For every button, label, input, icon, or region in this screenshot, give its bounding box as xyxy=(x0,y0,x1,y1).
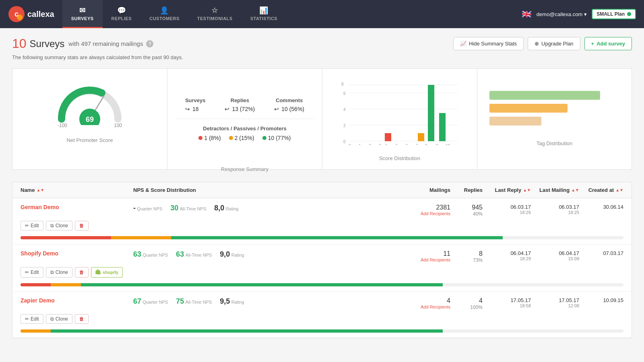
gauge-container: 69 -100 100 xyxy=(21,77,159,132)
row-1-survey-name[interactable]: German Demo xyxy=(21,204,59,210)
th-created-at[interactable]: Created at ▲▼ xyxy=(579,187,623,193)
score-dist-chart: 0 2 4 6 8 xyxy=(330,77,469,150)
th-name-label: Name xyxy=(21,187,35,193)
row-1-alltime-nps-val: 30 xyxy=(170,204,178,212)
row-2-survey-name[interactable]: Shopify Demo xyxy=(21,250,58,257)
testimonials-icon: ☆ xyxy=(211,6,218,15)
row-1-rating-val: 8,0 xyxy=(214,204,224,212)
rs-surveys-label: Surveys xyxy=(185,97,206,103)
th-name[interactable]: Name ▲▼ xyxy=(21,187,133,193)
th-last-mailing[interactable]: Last Mailing ▲▼ xyxy=(531,187,579,193)
row-3-edit-label: Edit xyxy=(31,316,39,322)
th-replies[interactable]: Replies xyxy=(450,187,483,193)
row-3-mailings-cell: 4 Add Recipients xyxy=(402,297,450,309)
forward-icon: ↪ xyxy=(185,106,190,112)
plan-dot xyxy=(627,12,631,16)
nav-statistics-label: STATISTICS xyxy=(250,16,278,21)
row-1-replies-cell: 945 40% xyxy=(450,204,483,217)
row-2-quarter-nps-val: 63 xyxy=(133,250,141,258)
row-3-edit-button[interactable]: ✏ Edit xyxy=(21,314,43,324)
upgrade-plan-button[interactable]: ⊕ Upgrade Plan xyxy=(528,37,580,50)
row-2-last-reply-time: 18:29 xyxy=(483,256,531,261)
svg-text:4: 4 xyxy=(385,144,387,145)
plan-badge[interactable]: SMALL Plan xyxy=(592,9,636,19)
row-3-last-reply-date: 17.05.17 xyxy=(483,297,531,303)
row-3-alltime-nps-val: 75 xyxy=(176,297,184,305)
nav-surveys[interactable]: ✉ SURVEYS xyxy=(62,0,103,28)
nav-testimonials[interactable]: ☆ TESTIMONIALS xyxy=(188,0,242,28)
passive-dot xyxy=(229,136,233,140)
shopify-button[interactable]: shopify xyxy=(91,267,123,278)
th-last-reply[interactable]: Last Reply ▲▼ xyxy=(483,187,531,193)
row-2-edit-label: Edit xyxy=(31,269,39,275)
promoter-dot xyxy=(262,136,266,140)
row-1-delete-button[interactable]: 🗑 xyxy=(75,221,89,230)
hide-summary-button[interactable]: 📈 Hide Summary Stats xyxy=(453,37,524,50)
row-1-mailings-count: 2381 xyxy=(402,204,450,211)
row-3-rating-val: 9,5 xyxy=(220,297,230,305)
row-2-add-recipients[interactable]: Add Recipients xyxy=(402,257,450,262)
svg-text:8: 8 xyxy=(425,144,427,145)
row-3-name-cell: Zapier Demo xyxy=(21,297,133,304)
statistics-icon: 📊 xyxy=(259,6,268,15)
navbar-right: 🇬🇧 demo@callexa.com ▾ SMALL Plan xyxy=(514,0,644,28)
replies-icon: 💬 xyxy=(117,6,126,15)
nav-statistics[interactable]: 📊 STATISTICS xyxy=(242,0,287,28)
tag-bar-3 xyxy=(489,117,541,125)
row-1-progress-bar xyxy=(21,236,623,239)
navbar: c callexa ✉ SURVEYS 💬 REPLIES 👤 CUSTOMER… xyxy=(0,0,644,28)
row-1-add-recipients[interactable]: Add Recipients xyxy=(402,211,450,216)
row-3-nps-info: 67 Quarter NPS 75 All-Time NPS 9,5 Ratin… xyxy=(133,297,402,306)
rs-comments-label: Comments xyxy=(274,97,304,103)
row-1-quarter-nps: - Quarter NPS xyxy=(133,204,162,212)
row-1-clone-button[interactable]: ⧉ Clone xyxy=(46,221,72,230)
delete-icon: 🗑 xyxy=(79,223,84,228)
row-2-last-mailing-time: 15:09 xyxy=(531,256,579,261)
row-1-pb-red xyxy=(21,236,111,239)
promoters-value: 10 (77%) xyxy=(262,135,291,141)
row-1-clone-label: Clone xyxy=(56,223,68,228)
promoters-text: 10 (77%) xyxy=(268,135,291,141)
language-flag[interactable]: 🇬🇧 xyxy=(522,9,532,19)
add-icon: + xyxy=(591,41,594,47)
rs-comments-value: ↩ 10 (56%) xyxy=(274,106,304,112)
score-dist-title: Score Distribution xyxy=(330,155,469,161)
logo[interactable]: c callexa xyxy=(0,0,62,28)
logo-text: callexa xyxy=(27,10,54,19)
row-2-clone-button[interactable]: ⧉ Clone xyxy=(46,267,72,278)
row-1-created-cell: 30.06.14 xyxy=(579,204,623,210)
row-2-progress-bar xyxy=(21,283,623,286)
shopify-icon xyxy=(95,269,101,276)
row-2-edit-button[interactable]: ✏ Edit xyxy=(21,267,43,278)
row-3-mailings-count: 4 xyxy=(402,297,450,304)
upgrade-label: Upgrade Plan xyxy=(541,41,574,47)
page-actions: 📈 Hide Summary Stats ⊕ Upgrade Plan + Ad… xyxy=(453,37,632,50)
row-2-quarter-nps: 63 Quarter NPS xyxy=(133,250,168,259)
surveys-icon: ✉ xyxy=(79,6,86,15)
row-1-created-date: 30.06.14 xyxy=(579,204,623,210)
detractors-value: 1 (8%) xyxy=(198,135,221,141)
svg-rect-16 xyxy=(385,133,391,141)
nav-customers[interactable]: 👤 CUSTOMERS xyxy=(140,0,188,28)
row-1-replies-count: 945 xyxy=(450,204,483,211)
row-3-delete-button[interactable]: 🗑 xyxy=(75,314,89,324)
row-1-alltime-nps: 30 All-Time NPS xyxy=(170,204,206,212)
add-survey-button[interactable]: + Add survey xyxy=(584,37,632,50)
help-icon[interactable]: ? xyxy=(146,40,153,47)
row-3-last-mailing-date: 17.05.17 xyxy=(531,297,579,303)
svg-text:10: 10 xyxy=(446,144,450,145)
svg-text:4: 4 xyxy=(343,107,346,112)
th-mailings[interactable]: Mailings xyxy=(402,187,450,193)
comment-icon: ↩ xyxy=(274,106,279,112)
row-1-edit-button[interactable]: ✏ Edit xyxy=(21,221,43,230)
row-3-survey-name[interactable]: Zapier Demo xyxy=(21,297,55,304)
page-title: Surveys xyxy=(30,38,65,49)
row-3-clone-button[interactable]: ⧉ Clone xyxy=(46,314,72,324)
row-1-nps-cell: - Quarter NPS 30 All-Time NPS 8,0 Rating xyxy=(133,204,402,212)
nav-replies[interactable]: 💬 REPLIES xyxy=(103,0,141,28)
row-2-delete-button[interactable]: 🗑 xyxy=(75,267,89,278)
user-dropdown[interactable]: demo@callexa.com ▾ xyxy=(537,11,587,17)
shopify-label: shopify xyxy=(103,270,118,275)
tag-bar-1 xyxy=(489,91,600,100)
row-3-add-recipients[interactable]: Add Recipients xyxy=(402,304,450,309)
